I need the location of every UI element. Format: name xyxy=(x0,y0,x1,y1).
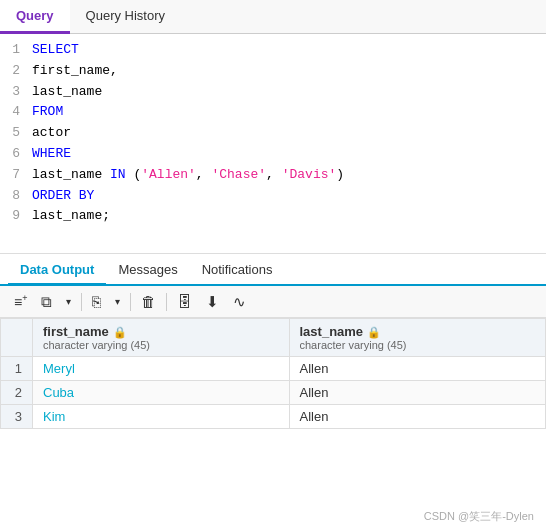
cell-first-name: Meryl xyxy=(33,357,290,381)
paste-dropdown-button[interactable]: ▾ xyxy=(109,293,126,311)
copy-dropdown-button[interactable]: ▾ xyxy=(60,293,77,311)
token-kw: FROM xyxy=(32,104,63,119)
token-plain: ) xyxy=(336,167,344,182)
token-kw: WHERE xyxy=(32,146,71,161)
add-row-button[interactable]: ≡+ xyxy=(8,290,33,313)
watermark: CSDN @笑三年-Dylen xyxy=(424,509,534,524)
code-line: 1SELECT xyxy=(0,40,546,61)
token-kw: SELECT xyxy=(32,42,79,57)
cell-last-name: Allen xyxy=(289,357,546,381)
line-number: 6 xyxy=(0,144,32,165)
line-content: actor xyxy=(32,123,546,144)
code-line: 9 last_name; xyxy=(0,206,546,227)
token-kw: IN xyxy=(110,167,126,182)
token-kw: ORDER BY xyxy=(32,188,94,203)
code-line: 7 last_name IN ('Allen', 'Chase', 'Davis… xyxy=(0,165,546,186)
token-plain: , xyxy=(196,167,212,182)
token-plain: actor xyxy=(32,125,71,140)
output-tabs-bar: Data OutputMessagesNotifications xyxy=(0,256,546,286)
code-line: 2 first_name, xyxy=(0,61,546,82)
token-plain: last_name xyxy=(32,84,102,99)
token-plain: , xyxy=(266,167,282,182)
line-content: WHERE xyxy=(32,144,546,165)
table-header-row: first_name🔒character varying (45)last_na… xyxy=(1,319,546,357)
col-header-first_name: first_name🔒character varying (45) xyxy=(33,319,290,357)
toolbar: ≡+ ⧉ ▾ ⎘ ▾ 🗑 🗄 ⬇ ∿ xyxy=(0,286,546,318)
cell-first-name: Kim xyxy=(33,405,290,429)
line-number: 3 xyxy=(0,82,32,103)
lock-icon: 🔒 xyxy=(113,326,127,338)
line-number: 1 xyxy=(0,40,32,61)
output-tab-data-output[interactable]: Data Output xyxy=(8,256,106,286)
token-str: 'Chase' xyxy=(211,167,266,182)
token-str: 'Davis' xyxy=(282,167,337,182)
download-button[interactable]: ⬇ xyxy=(200,290,225,313)
line-number: 2 xyxy=(0,61,32,82)
output-tab-messages[interactable]: Messages xyxy=(106,256,189,286)
tab-query-history[interactable]: Query History xyxy=(70,0,181,34)
code-line: 3 last_name xyxy=(0,82,546,103)
copy-button[interactable]: ⧉ xyxy=(35,290,58,313)
token-str: 'Allen' xyxy=(141,167,196,182)
code-line: 4FROM xyxy=(0,102,546,123)
line-content: last_name IN ('Allen', 'Chase', 'Davis') xyxy=(32,165,546,186)
cell-last-name: Allen xyxy=(289,381,546,405)
table-row: 2CubaAllen xyxy=(1,381,546,405)
line-content: last_name xyxy=(32,82,546,103)
row-number: 1 xyxy=(1,357,33,381)
line-content: FROM xyxy=(32,102,546,123)
line-number: 5 xyxy=(0,123,32,144)
col-header-rownum xyxy=(1,319,33,357)
chart-button[interactable]: ∿ xyxy=(227,290,252,313)
cell-last-name: Allen xyxy=(289,405,546,429)
editor-area[interactable]: 1SELECT2 first_name,3 last_name4FROM5 ac… xyxy=(0,34,546,254)
col-name: last_name xyxy=(300,324,364,339)
token-plain: last_name xyxy=(32,167,110,182)
token-plain: first_name, xyxy=(32,63,118,78)
table-row: 3KimAllen xyxy=(1,405,546,429)
line-number: 8 xyxy=(0,186,32,207)
sep2 xyxy=(130,293,131,311)
row-number: 3 xyxy=(1,405,33,429)
line-number: 7 xyxy=(0,165,32,186)
code-line: 8ORDER BY xyxy=(0,186,546,207)
data-table-container: first_name🔒character varying (45)last_na… xyxy=(0,318,546,429)
sep1 xyxy=(81,293,82,311)
table-row: 1MerylAllen xyxy=(1,357,546,381)
code-line: 6WHERE xyxy=(0,144,546,165)
token-plain: last_name; xyxy=(32,208,110,223)
line-content: SELECT xyxy=(32,40,546,61)
tab-query[interactable]: Query xyxy=(0,0,70,34)
save-button[interactable]: 🗄 xyxy=(171,290,198,313)
row-number: 2 xyxy=(1,381,33,405)
line-content: last_name; xyxy=(32,206,546,227)
cell-first-name: Cuba xyxy=(33,381,290,405)
lock-icon: 🔒 xyxy=(367,326,381,338)
sep3 xyxy=(166,293,167,311)
line-number: 4 xyxy=(0,102,32,123)
code-line: 5 actor xyxy=(0,123,546,144)
col-name: first_name xyxy=(43,324,109,339)
output-tab-notifications[interactable]: Notifications xyxy=(190,256,285,286)
delete-button[interactable]: 🗑 xyxy=(135,290,162,313)
line-content: ORDER BY xyxy=(32,186,546,207)
col-sub: character varying (45) xyxy=(43,339,279,351)
line-number: 9 xyxy=(0,206,32,227)
token-plain: ( xyxy=(126,167,142,182)
paste-button[interactable]: ⎘ xyxy=(86,290,107,313)
col-header-last_name: last_name🔒character varying (45) xyxy=(289,319,546,357)
data-table: first_name🔒character varying (45)last_na… xyxy=(0,318,546,429)
top-tabs-bar: Query Query History xyxy=(0,0,546,34)
line-content: first_name, xyxy=(32,61,546,82)
col-sub: character varying (45) xyxy=(300,339,536,351)
